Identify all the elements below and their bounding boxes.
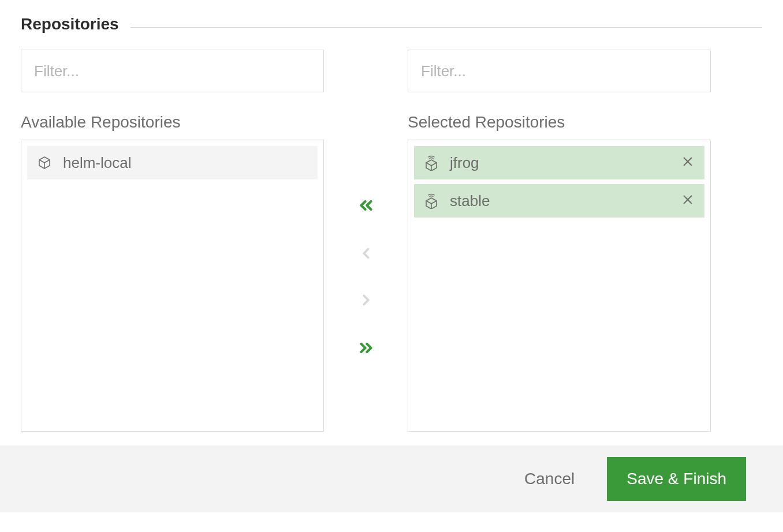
- available-list: helm-local: [21, 140, 324, 432]
- section-title: Repositories: [21, 15, 119, 33]
- repo-name: stable: [450, 192, 490, 210]
- close-icon: [681, 192, 694, 210]
- available-filter-input[interactable]: [21, 50, 324, 92]
- chevron-left-icon: [357, 245, 375, 264]
- selected-filter-input[interactable]: [408, 50, 711, 92]
- selected-list: jfrog: [408, 140, 711, 432]
- selected-repo-item[interactable]: stable: [414, 184, 704, 218]
- repo-name: jfrog: [450, 154, 479, 172]
- close-icon: [681, 154, 694, 172]
- move-all-right-button[interactable]: [356, 338, 376, 359]
- footer: Cancel Save & Finish: [0, 445, 783, 512]
- chevron-right-icon: [357, 291, 375, 310]
- selected-repo-item[interactable]: jfrog: [414, 146, 704, 179]
- selected-label: Selected Repositories: [408, 113, 711, 132]
- remove-repo-button[interactable]: [681, 154, 694, 172]
- repo-name: helm-local: [63, 154, 132, 172]
- package-icon: [38, 156, 51, 170]
- package-remote-icon: [424, 193, 438, 209]
- move-right-button[interactable]: [357, 291, 375, 310]
- available-label: Available Repositories: [21, 113, 324, 132]
- remove-repo-button[interactable]: [681, 192, 694, 210]
- move-all-left-button[interactable]: [356, 196, 376, 217]
- section-header: Repositories: [21, 15, 762, 33]
- available-repo-item[interactable]: helm-local: [27, 146, 318, 179]
- chevron-double-right-icon: [356, 338, 376, 359]
- chevron-double-left-icon: [356, 196, 376, 217]
- section-rule: [130, 27, 762, 28]
- save-finish-button[interactable]: Save & Finish: [607, 457, 746, 501]
- cancel-button[interactable]: Cancel: [524, 470, 575, 488]
- package-remote-icon: [424, 155, 438, 171]
- move-left-button[interactable]: [357, 245, 375, 264]
